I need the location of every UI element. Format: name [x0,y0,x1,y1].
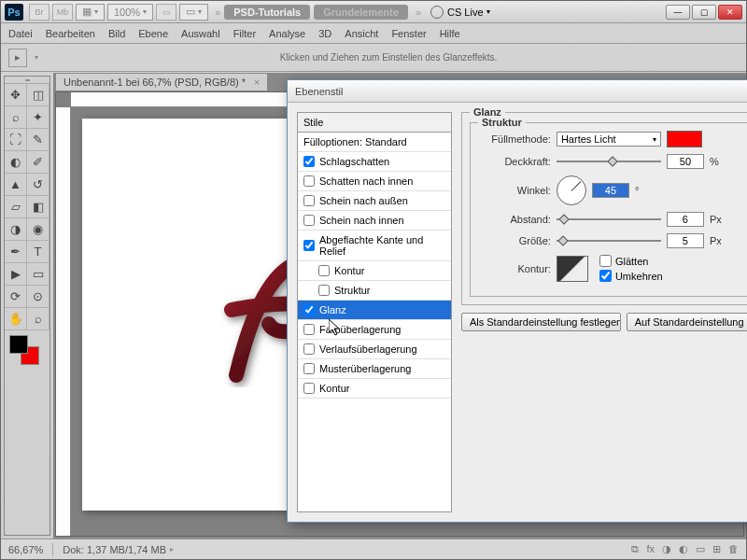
menu-fenster[interactable]: Fenster [391,28,426,39]
style-item-1[interactable]: Schatten nach innen [298,172,451,191]
toolbox-grip[interactable] [5,77,49,84]
workspace-grundelemente[interactable]: Grundelemente [314,5,408,20]
distance-slider[interactable] [557,214,661,225]
style-item-7[interactable]: Glanz [298,301,451,320]
menu-3d[interactable]: 3D [318,28,331,39]
path-select-tool[interactable]: ▶ [5,263,27,286]
style-item-3[interactable]: Schein nach innen [298,211,451,231]
opacity-input[interactable]: 50 [667,154,704,169]
size-slider[interactable] [557,235,661,246]
angle-input[interactable]: 45 [592,183,629,198]
close-tab-icon[interactable]: × [254,77,260,88]
style-item-10[interactable]: Musterüberlagerung [298,359,451,379]
antialias-checkbox[interactable]: Glätten [599,255,663,267]
style-item-checkbox[interactable] [303,156,315,167]
distance-input[interactable]: 6 [667,212,704,227]
crop-tool[interactable]: ⛶ [5,129,27,151]
fill-options-row[interactable]: Fülloptionen: Standard [298,133,451,152]
dodge-tool[interactable]: ◉ [27,218,49,241]
style-item-11[interactable]: Kontur [298,379,451,399]
status-doc-size[interactable]: Dok: 1,37 MB/1,74 MB [63,544,166,555]
invert-checkbox[interactable]: Umkehren [599,270,663,282]
style-item-checkbox[interactable] [318,265,330,276]
stamp-tool[interactable]: ▲ [5,174,27,196]
trash-icon[interactable]: 🗑 [728,543,739,555]
healing-tool[interactable]: ◐ [5,151,27,174]
style-item-9[interactable]: Verlaufsüberlagerung [298,340,451,359]
type-tool[interactable]: T [27,241,49,263]
arrange-dropdown[interactable]: ▭ [179,4,208,21]
size-input[interactable]: 5 [667,233,704,248]
dialog-titlebar[interactable]: Ebenenstil [288,80,747,103]
zoom-tool[interactable]: ⌕ [27,308,49,330]
style-item-checkbox[interactable] [303,324,315,335]
fx-icon[interactable]: fx [646,543,655,555]
screen-mode-dropdown[interactable]: ▦ [76,4,105,21]
zoom-level-dropdown[interactable]: 100% [107,4,153,21]
menu-analyse[interactable]: Analyse [269,28,305,39]
blur-tool[interactable]: ◑ [5,218,27,241]
history-brush-tool[interactable]: ↺ [27,174,49,196]
gradient-tool[interactable]: ◧ [27,196,49,218]
magic-wand-tool[interactable]: ✦ [27,106,49,129]
eyedropper-tool[interactable]: ✎ [27,129,49,151]
mask-icon[interactable]: ◑ [662,543,671,555]
workspace-psdtutorials[interactable]: PSD-Tutorials [224,5,310,20]
foreground-color[interactable] [9,335,28,354]
maximize-button[interactable]: ▢ [692,5,716,20]
shape-tool[interactable]: ▭ [27,263,49,286]
glanz-color-swatch[interactable] [667,131,702,147]
marquee-tool[interactable]: ◫ [27,84,49,106]
style-item-checkbox[interactable] [318,285,330,296]
style-item-6[interactable]: Struktur [298,281,451,301]
menu-ansicht[interactable]: Ansicht [345,28,378,39]
style-item-checkbox[interactable] [303,304,315,315]
close-button[interactable]: ✕ [718,5,742,20]
style-item-checkbox[interactable] [303,383,315,394]
lasso-tool[interactable]: ⌕ [5,106,27,129]
style-item-8[interactable]: Farbüberlagerung [298,320,451,340]
style-item-checkbox[interactable] [303,195,315,206]
contour-picker[interactable] [557,256,588,282]
menu-filter[interactable]: Filter [233,28,256,39]
opacity-slider[interactable] [557,156,661,167]
hand-tool[interactable]: ✋ [5,308,27,330]
new-icon[interactable]: ⊞ [712,543,721,555]
3d-tool[interactable]: ⟳ [5,286,27,308]
minimize-button[interactable]: — [666,5,690,20]
style-item-checkbox[interactable] [303,363,315,374]
cs-live[interactable]: CS Live ▾ [430,6,490,19]
menu-bild[interactable]: Bild [108,28,125,39]
style-list-header[interactable]: Stile [298,113,451,133]
style-item-5[interactable]: Kontur [298,261,451,281]
status-zoom[interactable]: 66,67% [8,544,43,555]
style-item-2[interactable]: Schein nach außen [298,191,451,211]
menu-datei[interactable]: Datei [8,28,33,39]
style-item-4[interactable]: Abgeflachte Kante und Relief [298,231,451,261]
style-item-checkbox[interactable] [303,343,315,355]
move-tool[interactable]: ✥ [5,84,27,106]
link-icon[interactable]: ⧉ [631,543,639,555]
menu-ebene[interactable]: Ebene [138,28,168,39]
make-default-button[interactable]: Als Standardeinstellung festlegen [461,313,621,331]
style-item-checkbox[interactable] [303,175,315,187]
brush-tool[interactable]: ✐ [27,151,49,174]
style-item-checkbox[interactable] [303,215,315,226]
angle-dial[interactable] [557,175,586,205]
menu-hilfe[interactable]: Hilfe [440,28,460,39]
blend-mode-select[interactable]: Hartes Licht [557,132,661,147]
adjustment-icon[interactable]: ◐ [679,543,688,555]
eraser-tool[interactable]: ▱ [5,196,27,218]
menu-bearbeiten[interactable]: Bearbeiten [46,28,95,39]
folder-icon[interactable]: ▭ [696,543,705,555]
3d-camera-tool[interactable]: ⊙ [27,286,49,308]
ruler-vertical[interactable] [56,107,71,536]
color-swatches[interactable] [5,330,49,368]
style-item-checkbox[interactable] [303,240,315,251]
move-tool-icon[interactable]: ▸ [8,49,27,67]
reset-default-button[interactable]: Auf Standardeinstellung [627,313,747,331]
style-item-0[interactable]: Schlagschatten [298,152,451,172]
extras-button[interactable]: ▭ [156,4,176,21]
document-tab[interactable]: Unbenannt-1 bei 66,7% (PSD, RGB/8) * × [55,73,268,91]
pen-tool[interactable]: ✒ [5,241,27,263]
